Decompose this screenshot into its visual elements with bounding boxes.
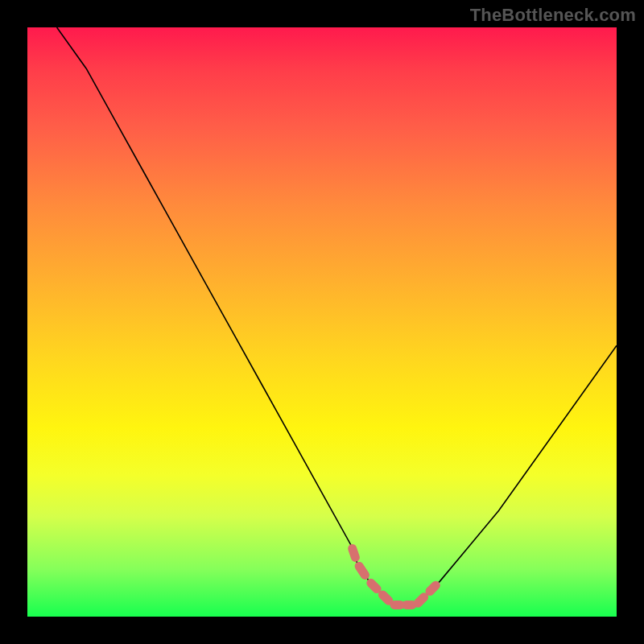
highlight-dash — [359, 566, 365, 575]
highlight-marker-group — [353, 549, 436, 605]
highlight-dash — [382, 595, 388, 601]
bottleneck-curve-svg — [27, 27, 617, 617]
highlight-dash — [371, 583, 377, 588]
highlight-dash — [418, 597, 423, 603]
highlight-dash — [430, 585, 436, 591]
watermark-label: TheBottleneck.com — [470, 5, 636, 26]
chart-frame: TheBottleneck.com — [0, 0, 644, 644]
plot-area — [27, 27, 617, 617]
highlight-dash — [353, 549, 356, 558]
bottleneck-curve-line — [57, 27, 617, 605]
